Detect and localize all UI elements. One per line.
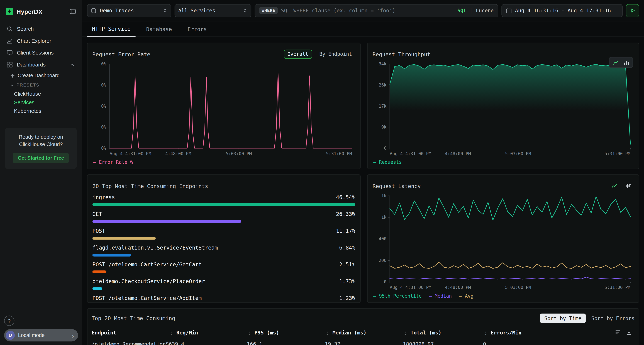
legend-avg[interactable]: — Avg: [459, 293, 473, 299]
svg-text:4:48:00 PM: 4:48:00 PM: [165, 151, 191, 156]
endpoint-name: POST: [92, 227, 105, 235]
svg-text:1k: 1k: [381, 193, 386, 198]
sort-by-time-button[interactable]: Sort by Time: [540, 313, 586, 323]
svg-text:0%: 0%: [101, 61, 106, 66]
error-rate-chart[interactable]: 0%0%0%0%0%Aug 4 4:31:00 PM4:48:00 PM5:03…: [92, 60, 355, 158]
col-header-label: Total (ms): [410, 330, 442, 336]
source-select[interactable]: Demo Traces: [87, 4, 172, 17]
panel-request-latency: Request Latency: [367, 174, 639, 303]
svg-text:Aug 4 4:31:00 PM: Aug 4 4:31:00 PM: [110, 151, 151, 156]
svg-text:4:48:00 PM: 4:48:00 PM: [445, 151, 471, 156]
run-query-button[interactable]: [626, 4, 639, 17]
line-chart-icon[interactable]: [611, 59, 620, 66]
dashboard-content: Request Error Rate Overall By Endpoint 0…: [82, 37, 644, 345]
endpoint-bar-oteldemo-checkoutservice-placeorder[interactable]: oteldemo.CheckoutService/PlaceOrder1.73%: [92, 278, 355, 290]
svg-text:5:31:00 PM: 5:31:00 PM: [604, 285, 630, 290]
calendar-icon: [506, 7, 512, 13]
presets-toggle[interactable]: PRESETS: [0, 80, 82, 89]
table-cell-total-ms: 1808098.97: [403, 341, 483, 345]
tab-http-service[interactable]: HTTP Service: [87, 21, 136, 37]
time-range-picker[interactable]: Aug 4 16:31:16 - Aug 4 17:31:16: [502, 4, 622, 17]
endpoint-bar-ingress[interactable]: ingress46.54%: [92, 194, 355, 206]
table-row[interactable]: /oteldemo.RecommendationServ639.4166.119…: [92, 338, 634, 345]
endpoint-percent: 1.23%: [339, 295, 355, 300]
sidebar-item-client-sessions[interactable]: Client Sessions: [0, 47, 82, 59]
select-chevrons-icon: [162, 7, 168, 13]
collapse-sidebar-icon[interactable]: [70, 8, 76, 15]
endpoint-percent: 1.73%: [339, 278, 355, 285]
sidebar-preset-services[interactable]: Services: [0, 98, 82, 107]
service-select[interactable]: All Services: [174, 4, 251, 17]
svg-text:0%: 0%: [101, 104, 106, 109]
column-settings-icon[interactable]: [615, 329, 621, 335]
svg-text:0%: 0%: [101, 83, 106, 88]
bar-head: POST11.17%: [92, 227, 355, 235]
svg-text:5:31:00 PM: 5:31:00 PM: [604, 151, 630, 156]
col-header-endpoint[interactable]: Endpoint: [92, 330, 169, 336]
endpoint-bar-post[interactable]: POST11.17%: [92, 227, 355, 240]
sidebar-item-chart-explorer[interactable]: Chart Explorer: [0, 35, 82, 47]
tab-errors[interactable]: Errors: [183, 21, 212, 37]
col-header-req-min[interactable]: ⋮Req/Min: [169, 330, 247, 336]
endpoint-bar-get[interactable]: GET26.33%: [92, 211, 355, 223]
sidebar-preset-clickhouse[interactable]: ClickHouse: [0, 89, 82, 98]
col-header-total-ms[interactable]: ⋮Total (ms): [403, 330, 483, 336]
sidebar-preset-kubernetes[interactable]: Kubernetes: [0, 107, 82, 115]
endpoint-percent: 11.17%: [336, 227, 355, 235]
help-button[interactable]: ?: [4, 316, 14, 326]
legend-requests[interactable]: — Requests: [373, 159, 402, 165]
col-header-label: Endpoint: [92, 330, 116, 336]
column-grip-icon[interactable]: ⋮: [247, 330, 252, 336]
col-header-label: Median (ms): [332, 330, 366, 336]
toggle-by-endpoint[interactable]: By Endpoint: [316, 50, 355, 58]
endpoint-name: flagd.evaluation.v1.Service/EventStream: [92, 244, 218, 252]
sidebar-item-dashboards[interactable]: Dashboards: [0, 59, 82, 71]
plus-icon: [10, 73, 15, 78]
col-header-median-ms[interactable]: ⋮Median (ms): [325, 330, 403, 336]
download-icon[interactable]: [626, 329, 632, 335]
legend-95th-percentile[interactable]: — 95th Percentile: [373, 293, 422, 299]
endpoint-bar: [92, 287, 102, 290]
promo-line1: Ready to deploy on: [9, 133, 73, 141]
col-header-p95-ms[interactable]: ⋮P95 (ms): [247, 330, 325, 336]
throughput-chart[interactable]: 34k26k17k9k0Aug 4 4:31:00 PM4:48:00 PM5:…: [372, 60, 634, 158]
svg-text:Aug 4 4:31:00 PM: Aug 4 4:31:00 PM: [390, 285, 431, 290]
column-grip-icon[interactable]: ⋮: [403, 330, 408, 336]
legend-error-rate[interactable]: — Error Rate %: [93, 159, 133, 165]
svg-text:0%: 0%: [101, 146, 106, 151]
column-grip-icon[interactable]: ⋮: [325, 330, 330, 336]
endpoint-bar-list: ingress46.54%GET26.33%POST11.17%flagd.ev…: [92, 194, 355, 300]
legend-median[interactable]: — Median: [429, 293, 452, 299]
toggle-overall[interactable]: Overall: [284, 50, 312, 59]
latency-chart[interactable]: 1k1k4002000Aug 4 4:31:00 PM4:48:00 PM5:0…: [372, 192, 634, 292]
col-header-label: Errors/Min: [490, 330, 522, 336]
get-started-button[interactable]: Get Started for Free: [13, 153, 69, 164]
chart-legend: — 95th Percentile— Median— Avg: [372, 292, 634, 300]
endpoint-bar-post-oteldemo-cartservice-additem[interactable]: POST /oteldemo.CartService/AddItem1.23%: [92, 295, 355, 300]
tab-database[interactable]: Database: [141, 21, 177, 37]
sort-by-errors-button[interactable]: Sort by Errors: [591, 315, 634, 321]
column-grip-icon[interactable]: ⋮: [169, 330, 174, 336]
search-box[interactable]: WHERE SQL | Lucene: [254, 4, 498, 17]
line-chart-icon[interactable]: [609, 182, 619, 189]
lucene-mode-toggle[interactable]: Lucene: [476, 7, 494, 13]
column-grip-icon[interactable]: ⋮: [483, 330, 488, 336]
bar-chart-icon[interactable]: [622, 59, 631, 66]
endpoint-name: ingress: [92, 194, 115, 201]
bar-head: POST /oteldemo.CartService/AddItem1.23%: [92, 295, 355, 300]
create-dashboard-button[interactable]: Create Dashboard: [0, 71, 82, 80]
box-plot-icon[interactable]: [624, 182, 634, 189]
svg-text:5:03:00 PM: 5:03:00 PM: [226, 151, 252, 156]
sidebar-item-label: Search: [17, 26, 34, 32]
col-header-errors-min[interactable]: ⋮Errors/Min: [483, 330, 610, 336]
database-icon: [91, 7, 96, 13]
endpoint-bar-post-oteldemo-cartservice-getcart[interactable]: POST /oteldemo.CartService/GetCart2.51%: [92, 261, 355, 273]
sidebar-item-search[interactable]: Search: [0, 23, 82, 35]
user-menu[interactable]: U Local mode ›: [4, 329, 78, 342]
chart-type-toggle: [609, 57, 633, 68]
search-input[interactable]: [281, 7, 454, 13]
panel-title: Request Throughput: [372, 51, 430, 57]
endpoint-bar-flagd-evaluation-v1-service-eventstream[interactable]: flagd.evaluation.v1.Service/EventStream6…: [92, 244, 355, 257]
table-title: Top 20 Most Time Consuming: [92, 315, 175, 321]
sql-mode-toggle[interactable]: SQL: [458, 7, 466, 13]
